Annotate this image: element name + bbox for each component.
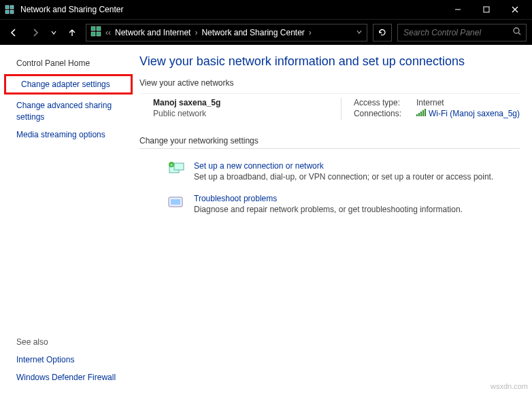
back-button[interactable] [5,24,22,41]
sidebar-seealso-header: See also [0,333,139,351]
svg-rect-5 [484,7,489,12]
troubleshoot-link[interactable]: Troubleshoot problems [194,194,463,203]
navbar: ‹‹ Network and Internet › Network and Sh… [0,19,532,45]
forward-button[interactable] [27,24,44,41]
sidebar-change-adapter[interactable]: Change adapter settings [4,74,133,95]
maximize-button[interactable] [472,0,501,19]
address-bar[interactable]: ‹‹ Network and Internet › Network and Sh… [86,24,367,41]
option-new-connection: + Set up a new connection or network Set… [139,154,520,187]
up-button[interactable] [64,24,80,41]
breadcrumb-network-internet[interactable]: Network and Internet [115,28,190,37]
refresh-button[interactable] [373,24,392,41]
search-box[interactable] [397,24,527,41]
titlebar: Network and Sharing Center [0,0,532,19]
troubleshoot-desc: Diagnose and repair network problems, or… [194,205,463,214]
network-type: Public network [153,109,341,118]
svg-rect-2 [5,10,9,14]
control-panel-icon [90,26,101,39]
network-details: Access type: Internet Connections: Wi-Fi… [341,98,520,120]
active-networks-header: View your active networks [139,78,520,88]
connection-name: Wi-Fi (Manoj saxena_5g) [429,109,520,118]
svg-rect-3 [10,10,14,14]
svg-rect-19 [171,199,180,205]
option-troubleshoot: Troubleshoot problems Diagnose and repai… [139,187,520,220]
svg-line-13 [518,33,520,35]
sidebar-home[interactable]: Control Panel Home [0,54,139,72]
svg-rect-9 [97,27,101,31]
connections-label: Connections: [354,109,410,118]
breadcrumb-chevron-icon[interactable]: ‹‹ [105,28,111,37]
active-network-row: Manoj saxena_5g Public network Access ty… [139,94,520,132]
access-type-value: Internet [416,98,444,107]
breadcrumb-sep-icon: › [309,28,312,37]
watermark: wsxdn.com [491,382,528,390]
change-settings-header: Change your networking settings [139,136,520,149]
svg-rect-1 [10,5,14,9]
svg-rect-15 [174,163,184,170]
recent-button[interactable] [49,24,59,41]
content-area: Control Panel Home Change adapter settin… [0,45,532,393]
svg-rect-8 [91,27,95,31]
search-icon[interactable] [512,27,522,38]
close-button[interactable] [501,0,529,19]
new-connection-icon: + [167,161,186,177]
svg-point-12 [514,28,519,33]
sidebar-firewall[interactable]: Windows Defender Firewall [0,369,139,386]
sidebar-advanced-sharing[interactable]: Change advanced sharing settings [0,97,139,125]
access-type-label: Access type: [354,98,410,107]
svg-rect-11 [97,32,101,36]
minimize-button[interactable] [444,0,472,19]
sidebar: Control Panel Home Change adapter settin… [0,45,139,393]
address-dropdown-icon[interactable] [356,28,363,37]
breadcrumb-sep-icon: › [195,28,197,37]
sidebar-internet-options[interactable]: Internet Options [0,351,139,369]
window-title: Network and Sharing Center [16,5,444,14]
svg-rect-0 [5,5,9,9]
main-panel: View your basic network information and … [139,45,532,393]
breadcrumb-sharing-center[interactable]: Network and Sharing Center [201,28,304,37]
sidebar-media-streaming[interactable]: Media streaming options [0,126,139,143]
svg-text:+: + [170,162,173,168]
app-icon [3,3,16,16]
page-heading: View your basic network information and … [139,54,520,69]
sidebar-spacer [0,143,139,333]
wifi-signal-icon [416,109,426,116]
search-input[interactable] [402,27,512,38]
new-connection-desc: Set up a broadband, dial-up, or VPN conn… [194,172,493,182]
connection-link[interactable]: Wi-Fi (Manoj saxena_5g) [416,109,520,118]
troubleshoot-icon [167,194,186,210]
network-identity: Manoj saxena_5g Public network [153,98,341,120]
new-connection-link[interactable]: Set up a new connection or network [194,161,493,171]
svg-rect-10 [91,32,95,36]
network-name: Manoj saxena_5g [153,98,341,107]
